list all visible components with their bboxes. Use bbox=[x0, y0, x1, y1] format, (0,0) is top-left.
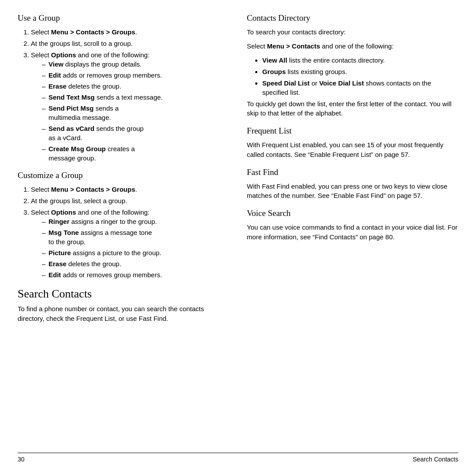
use-a-group-heading: Use a Group bbox=[18, 13, 229, 23]
frequent-list-heading: Frequent List bbox=[247, 126, 458, 136]
contacts-directory-intro: To search your contacts directory: bbox=[247, 27, 458, 37]
list-item: Ringer assigns a ringer to the group. bbox=[42, 217, 229, 226]
voice-search-body: You can use voice commands to find a con… bbox=[247, 223, 458, 242]
footer-section-label: Search Contacts bbox=[413, 456, 459, 463]
search-contacts-heading: Search Contacts bbox=[18, 287, 229, 301]
left-column: Use a Group Select Menu > Contacts > Gro… bbox=[18, 13, 229, 448]
page: Use a Group Select Menu > Contacts > Gro… bbox=[0, 0, 476, 476]
step-1-text: Select Menu > Contacts > Groups. bbox=[31, 28, 137, 36]
search-contacts-section: Search Contacts To find a phone number o… bbox=[18, 287, 229, 324]
voice-search-heading: Voice Search bbox=[247, 208, 458, 218]
fast-find-body: With Fast Find enabled, you can press on… bbox=[247, 182, 458, 201]
fast-find-heading: Fast Find bbox=[247, 167, 458, 177]
step-1: Select Menu > Contacts > Groups. bbox=[31, 27, 229, 37]
fast-find-section: Fast Find With Fast Find enabled, you ca… bbox=[247, 167, 458, 201]
step-2: At the groups list, scroll to a group. bbox=[31, 39, 229, 48]
footer-page-number: 30 bbox=[18, 456, 25, 463]
step-3-text: Select Options and one of the following: bbox=[31, 51, 149, 59]
customize-group-options: Ringer assigns a ringer to the group. Ms… bbox=[40, 217, 229, 279]
list-item: Erase deletes the group. bbox=[42, 82, 229, 91]
list-item: Msg Tone assigns a message toneto the gr… bbox=[42, 228, 229, 246]
use-a-group-steps: Select Menu > Contacts > Groups. At the … bbox=[26, 27, 229, 163]
contacts-directory-section: Contacts Directory To search your contac… bbox=[247, 13, 458, 118]
step-3: Select Options and one of the following:… bbox=[31, 50, 229, 163]
list-item: Send Pict Msg sends amultimedia message. bbox=[42, 104, 229, 122]
step-2-text: At the groups list, scroll to a group. bbox=[31, 40, 133, 47]
cstep-3: Select Options and one of the following:… bbox=[31, 208, 229, 279]
use-a-group-section: Use a Group Select Menu > Contacts > Gro… bbox=[18, 13, 229, 163]
columns: Use a Group Select Menu > Contacts > Gro… bbox=[18, 13, 458, 448]
list-item: Edit adds or removes group members. bbox=[42, 71, 229, 80]
contacts-directory-select: Select Menu > Contacts and one of the fo… bbox=[247, 41, 458, 51]
contacts-directory-heading: Contacts Directory bbox=[247, 13, 458, 23]
customize-a-group-heading: Customize a Group bbox=[18, 171, 229, 180]
right-column: Contacts Directory To search your contac… bbox=[247, 13, 458, 448]
contacts-directory-bullets: View All lists the entire contacts direc… bbox=[260, 56, 458, 97]
list-item: Create Msg Group creates amessage group. bbox=[42, 144, 229, 163]
footer: 30 Search Contacts bbox=[18, 453, 458, 463]
voice-search-section: Voice Search You can use voice commands … bbox=[247, 208, 458, 242]
customize-group-steps: Select Menu > Contacts > Groups. At the … bbox=[26, 185, 229, 279]
list-item: View All lists the entire contacts direc… bbox=[262, 56, 458, 65]
list-item: View displays the group details. bbox=[42, 60, 229, 69]
list-item: Groups lists existing groups. bbox=[262, 67, 458, 76]
contacts-directory-body: To quickly get down the list, enter the … bbox=[247, 99, 458, 119]
cstep-1: Select Menu > Contacts > Groups. bbox=[31, 185, 229, 194]
list-item: Send Text Msg sends a text message. bbox=[42, 93, 229, 102]
cstep-2: At the groups list, select a group. bbox=[31, 196, 229, 205]
frequent-list-body: With Frequent List enabled, you can see … bbox=[247, 140, 458, 160]
list-item: Speed Dial List or Voice Dial List shows… bbox=[262, 78, 458, 97]
search-contacts-body: To find a phone number or contact, you c… bbox=[18, 304, 229, 324]
list-item: Edit adds or removes group members. bbox=[42, 270, 229, 279]
list-item: Send as vCard sends the groupas a vCard. bbox=[42, 124, 229, 142]
customize-a-group-section: Customize a Group Select Menu > Contacts… bbox=[18, 171, 229, 279]
list-item: Picture assigns a picture to the group. bbox=[42, 248, 229, 257]
list-item: Erase deletes the group. bbox=[42, 259, 229, 268]
frequent-list-section: Frequent List With Frequent List enabled… bbox=[247, 126, 458, 160]
use-group-options: View displays the group details. Edit ad… bbox=[40, 60, 229, 163]
